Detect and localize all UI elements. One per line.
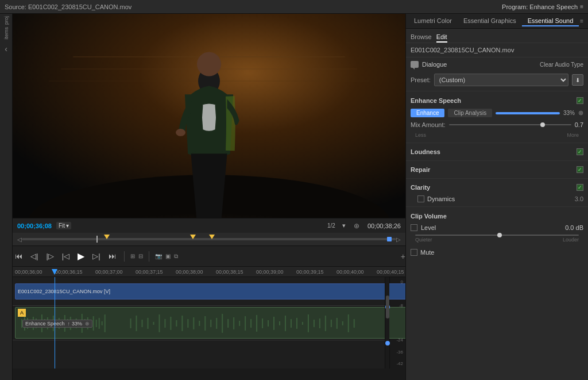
timeline-tracks-area: E001C002_230815CU_CANON.mov [V] [13,277,385,369]
transport-step-back[interactable]: ◁| [28,251,40,262]
scrubber-in-point [387,237,392,241]
volume-slider-track[interactable] [415,235,579,236]
svg-rect-71 [308,314,309,332]
timeline-ruler: 00;00;36;00 00;00;36;15 00;00;37;00 00;0… [13,267,405,277]
transport-export-frame[interactable]: ▣ [165,253,171,259]
svg-rect-54 [210,320,211,327]
ruler-label-2: 00;00;37;00 [95,269,123,275]
svg-rect-58 [233,317,234,329]
enhance-badge-remove[interactable]: ⊗ [85,321,90,327]
preset-select[interactable]: (Custom) [434,74,568,86]
mute-row: Mute [406,246,588,259]
svg-rect-51 [193,317,194,329]
transport-to-start[interactable]: ⏮ [13,251,25,262]
mute-checkbox[interactable] [411,249,417,256]
tab-browse[interactable]: Browse [411,32,432,43]
clarity-checkbox[interactable] [577,184,583,191]
clip-analysis-btn[interactable]: Clip Analysis [448,109,492,117]
svg-point-6 [197,52,221,76]
transport-extract[interactable]: ⊟ [138,253,143,259]
video-background [13,14,405,218]
svg-rect-73 [319,318,320,328]
dynamics-check-label: Dynamics [417,195,455,202]
tab-text[interactable]: Text [583,16,588,26]
mix-slider[interactable] [449,121,571,129]
audio-clip[interactable]: A Enhance Speech ↑ 33% ⊗ [15,307,405,339]
transport-next-marker[interactable]: ▷| [90,251,102,262]
dynamics-checkbox[interactable] [417,195,424,202]
ruler-playhead [52,269,57,275]
level-checkbox[interactable] [411,224,417,231]
transport-prev-marker[interactable]: |◁ [60,251,72,262]
mix-slider-thumb[interactable] [540,122,545,127]
timeline-scrollbar[interactable] [385,277,389,369]
svg-rect-55 [216,318,217,329]
page-chevron[interactable]: ▾ [342,222,346,229]
transport-to-end[interactable]: ⏭ [106,251,118,262]
volume-slider-container: Quieter Louder [411,233,583,244]
file-info: E001C002_230815CU_CANON.mov [406,43,588,57]
file-name: E001C002_230815CU_CANON.mov [411,47,514,53]
top-bar: Source: E001C002_230815CU_CANON.mov Prog… [0,0,588,14]
tab-edit[interactable]: Edit [436,32,447,43]
transport-divider-1 [124,251,125,262]
svg-rect-48 [176,320,177,327]
enhance-speech-header: Enhance Speech [406,94,588,106]
scrubber-right-icon[interactable]: ▷ [396,236,401,243]
svg-rect-78 [348,314,349,332]
svg-rect-72 [314,320,315,327]
tab-essential-sound[interactable]: Essential Sound [522,16,579,26]
transport-add[interactable]: + [401,252,405,261]
preset-label: Preset: [411,76,431,83]
left-panel-items[interactable]: items [3,27,9,40]
left-panel-proj[interactable]: proj [3,16,9,25]
scrollbar-thumb[interactable] [386,295,389,318]
mix-amount-row: Mix Amount: 0.7 [411,121,583,129]
scrubber-track[interactable] [22,238,396,240]
ruler-label-1: 00;00;36;15 [55,269,83,275]
right-panel: Lumetri Color Essential Graphics Essenti… [405,14,588,380]
enhance-btn[interactable]: Enhance [411,109,444,117]
program-menu-icon[interactable]: ≡ [580,3,583,10]
transport-camera[interactable]: 📷 [155,253,162,259]
fit-selector[interactable]: Fit ▾ [56,222,71,229]
preset-save-icon[interactable]: ⬇ [572,74,583,86]
scrubber-left-icon[interactable]: ◁ [17,236,22,243]
clip-analysis-progress [496,112,560,114]
enhance-badge-arrow: ↑ [68,321,71,327]
mix-more-label: More [567,132,579,138]
video-clip[interactable]: E001C002_230815CU_CANON.mov [V] [15,283,405,300]
video-controls-bar: 00;00;36;08 Fit ▾ 1/2 ▾ ⊕ 00;00;38;26 [13,218,405,233]
svg-rect-53 [204,316,206,331]
enhance-speech-title: Enhance Speech [411,97,461,104]
timeline-area: 00;00;36;00 00;00;36;15 00;00;37;00 00;0… [13,266,405,369]
preset-row: Preset: (Custom) ⬇ [406,71,588,89]
volume-slider-thumb[interactable] [497,233,502,237]
transport-controls: ⏮ ◁| |▷ |◁ ▶ ▷| ⏭ ⊞ ⊟ 📷 ▣ ⧉ + [13,245,405,266]
enhance-speech-checkbox[interactable] [577,97,583,104]
scrubber-bar[interactable]: ◁ ▷ [13,233,405,245]
tab-essential-graphics[interactable]: Essential Graphics [458,16,522,26]
svg-rect-68 [291,319,292,328]
clip-analysis-close-icon[interactable]: ⊗ [578,109,583,117]
level-row: Level 0.0 dB [411,224,583,231]
loudness-checkbox[interactable] [577,148,583,155]
panel-content: Browse Edit E001C002_230815CU_CANON.mov … [406,29,588,380]
divider-5 [406,206,588,207]
db-label-7: -42 [396,361,403,366]
tab-lumetri-color[interactable]: Lumetri Color [408,16,458,26]
top-bar-left: Source: E001C002_230815CU_CANON.mov [5,3,502,10]
collapse-icon[interactable]: ‹ [5,44,7,53]
program-label-group: Program: Enhance Speech ≡ [502,3,583,10]
mix-slider-labels: Less More [411,132,583,138]
transport-play[interactable]: ▶ [75,250,87,263]
transport-step-fwd[interactable]: |▷ [44,251,56,262]
divider-4 [406,178,588,179]
repair-checkbox[interactable] [577,166,583,173]
svg-rect-63 [262,318,263,328]
clear-audio-type-button[interactable]: Clear Audio Type [540,62,583,68]
zoom-icon[interactable]: ⊕ [354,222,359,230]
transport-insert[interactable]: ⧉ [174,253,178,260]
svg-rect-43 [148,318,149,329]
transport-lift[interactable]: ⊞ [130,253,135,259]
